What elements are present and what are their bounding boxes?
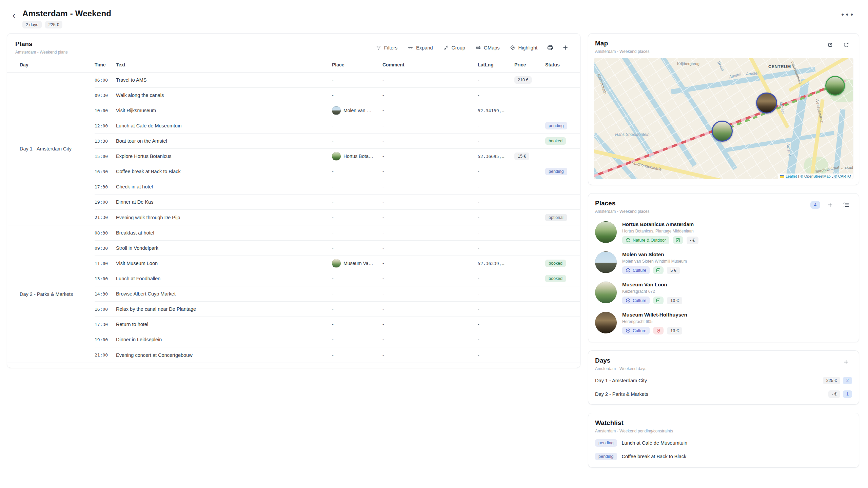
horizontal-arrows-icon (408, 45, 413, 50)
plan-time: 06:00 (95, 78, 116, 83)
places-card: Places Amsterdam - Weekend places 4 Hort… (588, 193, 859, 342)
gmaps-button[interactable]: GMaps (472, 43, 503, 53)
plan-time: 08:30 (95, 230, 116, 236)
plan-status: booked (545, 275, 580, 282)
ellipsis-icon: • • • (841, 10, 854, 19)
leaflet-link[interactable]: Leaflet (786, 174, 797, 178)
days-subtitle: Amsterdam - Weekend days (595, 366, 646, 371)
plan-place: - (332, 169, 382, 174)
plan-row[interactable]: 12:00Lunch at Café de Museumtuin---pendi… (95, 118, 580, 134)
plan-status: booked (545, 137, 580, 145)
place-name: Molen van Sloten (622, 251, 687, 257)
place-list-item[interactable]: Museum Van LoonKeizersgracht 672Culture1… (588, 278, 859, 308)
plan-text: Explore Hortus Botanicus (116, 154, 332, 159)
map-fullscreen-button[interactable] (824, 40, 836, 50)
plan-row[interactable]: 15:00Explore Hortus BotanicusHortus Bota… (95, 149, 580, 164)
plan-place[interactable]: Hortus Bota… (332, 152, 382, 161)
hortus-botanicus-marker[interactable] (825, 76, 845, 96)
plan-row[interactable]: 09:30Stroll in Vondelpark--- (95, 241, 580, 256)
plan-row[interactable]: 16:00Relax by the canal near De Plantage… (95, 302, 580, 317)
place-name: Hortus Botanicus Amsterdam (622, 221, 698, 227)
plan-row[interactable]: 14:30Browse Albert Cuyp Market--- (95, 286, 580, 302)
plan-row[interactable]: 16:30Coffee break at Back to Black---pen… (95, 164, 580, 179)
plan-place: - (332, 93, 382, 98)
map-refresh-button[interactable] (840, 40, 852, 50)
place-price-badge: 5 € (667, 267, 679, 274)
museum-van-loon-marker[interactable] (712, 121, 733, 142)
plan-row[interactable]: 08:30Breakfast at hotel--- (95, 225, 580, 241)
plan-latlng: - (478, 123, 514, 128)
plan-time: 17:30 (95, 184, 116, 189)
plan-comment: - (382, 123, 478, 128)
map-card: Map Amsterdam - Weekend places (588, 33, 859, 185)
plan-row[interactable]: 06:00Travel to AMS---210 € (95, 73, 580, 88)
funnel-icon (376, 45, 381, 50)
back-button[interactable]: ‹ (8, 9, 20, 21)
add-place-button[interactable] (824, 200, 836, 210)
status-badge: booked (545, 275, 566, 282)
plan-time: 17:30 (95, 322, 116, 327)
plan-row[interactable]: 19:00Dinner in Leidseplein--- (95, 332, 580, 347)
place-price-badge: - € (687, 237, 698, 244)
expand-button[interactable]: Expand (404, 43, 436, 53)
pin-badge[interactable] (653, 327, 664, 334)
plan-row[interactable]: 11:00Visit Museum LoonMuseum Va…-52.3633… (95, 256, 580, 271)
plan-time: 14:30 (95, 291, 116, 297)
plan-place: - (332, 337, 382, 342)
carto-link[interactable]: © CARTO (834, 174, 851, 178)
highlight-button[interactable]: Highlight (507, 43, 541, 53)
plan-comment: - (382, 261, 478, 266)
more-menu-button[interactable]: • • • (839, 9, 856, 20)
group-button[interactable]: Group (440, 43, 469, 53)
add-day-button[interactable] (840, 357, 852, 367)
plan-latlng: - (478, 184, 514, 189)
plan-row[interactable]: 17:30Check-in at hotel--- (95, 179, 580, 195)
checked-badge[interactable] (653, 297, 664, 304)
add-plan-button[interactable] (559, 42, 571, 53)
plan-row[interactable]: 17:30Return to hotel--- (95, 317, 580, 332)
map-canvas[interactable]: KrijtbergbrugRokinAmstelAmstelCENTRUMWat… (594, 58, 853, 179)
plan-price: 15 € (514, 152, 545, 160)
plans-table-header: Day Time Text Place Comment LatLng Price… (7, 57, 580, 73)
places-subtitle: Amsterdam - Weekend places (595, 209, 650, 214)
watchlist-item[interactable]: pendingCoffee break at Back to Black (588, 450, 859, 463)
day-list-item[interactable]: Day 1 - Amsterdam City225 €2 (588, 374, 859, 387)
checked-badge[interactable] (673, 236, 683, 244)
empty-value: - (332, 245, 334, 251)
days-card: Days Amsterdam - Weekend days Day 1 - Am… (588, 350, 859, 405)
plan-text: Visit Rijksmuseum (116, 108, 332, 113)
cube-icon (626, 238, 631, 243)
place-name: Hortus Bota… (343, 154, 373, 159)
place-photo (332, 259, 341, 268)
place-detail: Keizersgracht 672 (622, 289, 682, 294)
plan-row[interactable]: 19:00Dinner at De Kas--- (95, 195, 580, 210)
day-list-item[interactable]: Day 2 - Parks & Markets- €1 (588, 387, 859, 401)
watchlist-item[interactable]: pendingLunch at Café de Museumtuin (588, 436, 859, 450)
plan-row[interactable]: 10:00Visit RijksmuseumMolen van …-52.341… (95, 103, 580, 118)
museum-willet-marker[interactable] (756, 93, 777, 114)
plan-time: 21:30 (95, 215, 116, 220)
osm-link[interactable]: © OpenStreetMap (801, 174, 831, 178)
plan-place[interactable]: Molen van … (332, 106, 382, 115)
plan-row[interactable]: 09:30Walk along the canals--- (95, 88, 580, 103)
plan-comment: - (382, 352, 478, 358)
day-group-label: Day 2 - Parks & Markets (7, 225, 95, 363)
plan-row[interactable]: 13:00Lunch at Foodhallen---booked (95, 271, 580, 286)
title-badges: 2 days 225 € (22, 21, 111, 28)
plan-row[interactable]: 21:30Evening walk through De Pijp---opti… (95, 210, 580, 225)
place-list-item[interactable]: Hortus Botanicus AmsterdamHortus Botanic… (588, 218, 859, 248)
empty-value: - (332, 276, 334, 281)
print-button[interactable] (544, 42, 556, 53)
empty-value: - (332, 352, 334, 358)
plan-place: - (332, 322, 382, 327)
place-list-item[interactable]: Museum Willet-HolthuysenHerengracht 605C… (588, 308, 859, 339)
plan-place[interactable]: Museum Va… (332, 259, 382, 268)
plan-row[interactable]: 13:30Boat tour on the Amstel---booked (95, 134, 580, 149)
places-list-view-button[interactable] (840, 200, 852, 210)
plan-row[interactable]: 21:00Evening concert at Concertgebouw--- (95, 347, 580, 363)
filters-button[interactable]: Filters (372, 43, 401, 53)
checked-badge[interactable] (653, 266, 664, 274)
place-list-item[interactable]: Molen van SlotenMolen van Sloten Windmil… (588, 248, 859, 278)
pending-badge: pending (595, 453, 617, 460)
plan-text: Stroll in Vondelpark (116, 245, 332, 251)
